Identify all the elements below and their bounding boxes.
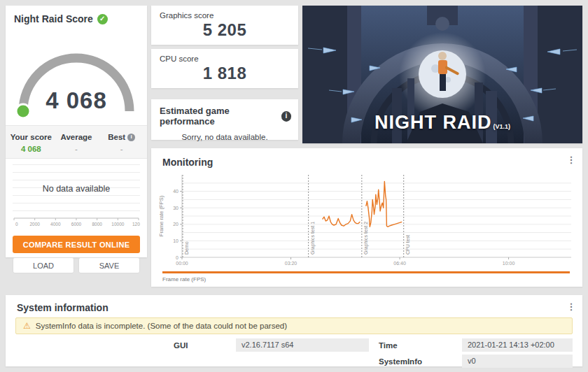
your-score-header: Your score — [10, 133, 52, 141]
svg-text:0: 0 — [15, 222, 18, 227]
your-score-value: 4 068 — [8, 145, 54, 153]
frame-rate-chart: 01020304000:0003:2006:4010:00DemoGraphic… — [157, 171, 577, 273]
estimated-performance-title: Estimated game performance — [160, 106, 281, 127]
svg-text:Graphics test 1: Graphics test 1 — [310, 222, 316, 255]
svg-text:CPU test: CPU test — [405, 235, 410, 255]
system-info-fields: GUI v2.16.7117 s64 Time 2021-01-21 14:13… — [174, 338, 573, 368]
time-value: 2021-01-21 14:13 +02:00 — [462, 338, 573, 352]
system-information-panel: System information ⋮ ⚠ SystemInfo data i… — [6, 295, 582, 366]
overall-score-value: 4 068 — [11, 87, 141, 114]
warning-text: SystemInfo data is incomplete. (Some of … — [36, 322, 287, 330]
average-header: Average — [61, 133, 92, 141]
estimated-performance-info-icon[interactable]: i — [281, 111, 291, 122]
graphics-score-label: Graphics score — [151, 6, 298, 20]
hero-benchmark-version: (V1.1) — [493, 123, 510, 130]
svg-text:6000: 6000 — [71, 222, 82, 227]
score-distribution-chart: No data available 0200040006000800010000… — [13, 164, 140, 229]
average-score-column: Average - — [54, 130, 99, 153]
gui-label: GUI — [174, 341, 226, 350]
cpu-score-label: CPU score — [151, 49, 298, 63]
svg-text:03:20: 03:20 — [285, 261, 298, 266]
estimated-performance-card: Estimated game performance i Sorry, no d… — [151, 99, 298, 140]
hero-caption: NIGHT RAID(V1.1) — [302, 112, 582, 134]
svg-text:12000: 12000 — [132, 222, 140, 227]
svg-text:8000: 8000 — [92, 222, 102, 227]
estimated-performance-header: Estimated game performance i — [151, 99, 298, 127]
best-value: - — [99, 145, 144, 153]
svg-text:00:00: 00:00 — [176, 261, 188, 266]
best-score-column: Best i - — [99, 130, 144, 153]
legend-label: Frame rate (FPS) — [162, 276, 206, 282]
systeminfo-value: v0 — [462, 355, 573, 368]
cpu-score-card: CPU score 1 818 — [151, 49, 298, 88]
graphics-score-value: 5 205 — [151, 20, 298, 40]
distribution-no-data-text: No data available — [13, 184, 140, 194]
svg-text:Frame rate (FPS): Frame rate (FPS) — [158, 195, 164, 236]
compare-result-online-button[interactable]: COMPARE RESULT ONLINE — [13, 236, 140, 253]
svg-text:20: 20 — [173, 222, 178, 227]
svg-text:10000: 10000 — [111, 222, 124, 227]
gui-value: v2.16.7117 s64 — [236, 338, 369, 352]
night-raid-score-panel: Night Raid Score ✓ 4 068 Your score 4 06… — [6, 6, 147, 257]
warning-icon: ⚠ — [23, 322, 31, 330]
save-button[interactable]: SAVE — [78, 257, 140, 273]
svg-text:Demo: Demo — [184, 241, 189, 255]
verified-check-icon: ✓ — [97, 14, 108, 24]
monitoring-panel: Monitoring ⋮ 01020304000:0003:2006:4010:… — [151, 148, 582, 287]
svg-text:10: 10 — [173, 238, 178, 243]
monitoring-menu-icon[interactable]: ⋮ — [566, 154, 577, 166]
load-save-row: LOAD SAVE — [13, 257, 140, 273]
svg-text:2000: 2000 — [29, 222, 40, 227]
svg-text:10:00: 10:00 — [503, 261, 515, 266]
score-comparison-table: Your score 4 068 Average - Best i - — [6, 125, 147, 159]
time-label: Time — [379, 341, 452, 350]
estimated-performance-message: Sorry, no data available. — [151, 133, 298, 141]
svg-text:40: 40 — [173, 189, 178, 194]
benchmark-hero-image: NIGHT RAID(V1.1) — [302, 6, 582, 143]
best-header: Best i — [108, 133, 135, 141]
svg-text:4000: 4000 — [50, 222, 61, 227]
systeminfo-warning-banner: ⚠ SystemInfo data is incomplete. (Some o… — [15, 317, 573, 334]
average-value: - — [54, 145, 99, 153]
best-header-label: Best — [108, 133, 125, 141]
system-information-menu-icon[interactable]: ⋮ — [566, 301, 577, 313]
cpu-score-value: 1 818 — [151, 64, 298, 83]
systeminfo-label: SystemInfo — [379, 357, 452, 366]
score-gauge: 4 068 — [11, 27, 141, 121]
svg-text:Graphics test 2: Graphics test 2 — [363, 222, 369, 255]
score-panel-title: Night Raid Score — [14, 13, 93, 24]
best-info-icon[interactable]: i — [127, 134, 135, 141]
svg-text:30: 30 — [173, 206, 178, 210]
your-score-column: Your score 4 068 — [8, 130, 54, 153]
legend-line-swatch — [162, 271, 570, 273]
load-button[interactable]: LOAD — [13, 257, 74, 273]
svg-text:0: 0 — [176, 255, 178, 260]
graphics-score-card: Graphics score 5 205 — [151, 6, 298, 45]
monitoring-title: Monitoring — [162, 157, 213, 168]
distribution-x-axis: 020004000600080001000012000 — [13, 216, 140, 229]
hero-benchmark-name: NIGHT RAID — [374, 112, 492, 133]
system-information-title: System information — [17, 302, 108, 313]
svg-text:06:40: 06:40 — [393, 261, 406, 266]
score-panel-header: Night Raid Score ✓ — [6, 6, 147, 24]
